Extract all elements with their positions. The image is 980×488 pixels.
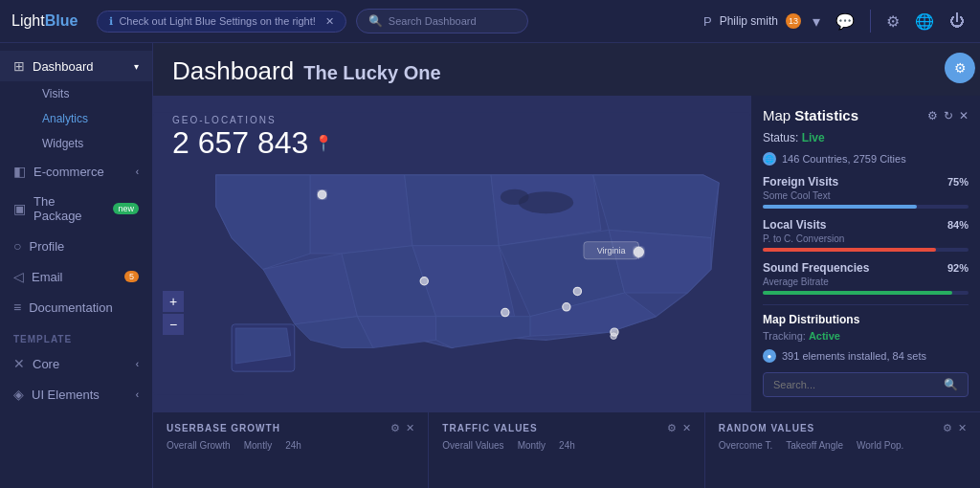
gear-stats-icon[interactable]: ⚙ xyxy=(927,109,938,122)
arrow-ui-elements: ‹ xyxy=(136,389,139,400)
bottom-panel-userbase: USERBASE GROWTH ⚙ ✕ Overall Growth Montl… xyxy=(153,412,429,488)
stats-search-button[interactable]: 🔍 xyxy=(944,378,958,391)
close-stats-icon[interactable]: ✕ xyxy=(959,109,969,122)
panel-cols-traffic: Overall Values Montly 24h xyxy=(442,440,690,451)
sidebar-item-package[interactable]: ▣ The Package new xyxy=(0,187,152,231)
svg-point-5 xyxy=(420,277,428,285)
sidebar-label-email: Email xyxy=(32,270,63,284)
bottom-panel-traffic: TRAFFIC VALUES ⚙ ✕ Overall Values Montly… xyxy=(429,412,704,488)
sidebar-item-visits[interactable]: Visits xyxy=(34,81,152,106)
bottom-panels: USERBASE GROWTH ⚙ ✕ Overall Growth Montl… xyxy=(153,411,980,488)
search-bar[interactable]: 🔍 Search Dashboard xyxy=(356,9,528,33)
stats-actions: ⚙ ↻ ✕ xyxy=(927,109,969,122)
stats-search-box[interactable]: 🔍 xyxy=(763,372,969,397)
sidebar-label-package: The Package xyxy=(33,194,101,223)
map-zoom-in-button[interactable]: + xyxy=(163,291,184,312)
refresh-icon[interactable]: ↻ xyxy=(944,109,953,122)
close-panel-userbase[interactable]: ✕ xyxy=(406,422,414,434)
gear-panel-userbase[interactable]: ⚙ xyxy=(390,422,400,434)
page-title: Dashboard xyxy=(172,56,294,86)
panel-actions-userbase: ⚙ ✕ xyxy=(390,422,414,434)
package-icon: ▣ xyxy=(13,201,26,216)
chevron-icon: ▾ xyxy=(134,61,139,72)
stat-fill-sound xyxy=(763,291,952,295)
sidebar-item-analytics[interactable]: Analytics xyxy=(34,106,152,131)
page-subtitle: The Lucky One xyxy=(303,62,440,84)
close-panel-random[interactable]: ✕ xyxy=(958,422,967,434)
panel-actions-random: ⚙ ✕ xyxy=(943,422,967,434)
stats-panel: Map Statistics ⚙ ↻ ✕ Status: Live 🌐 146 … xyxy=(750,96,980,411)
stat-row-foreign: Foreign Visits 75% Some Cool Text xyxy=(763,175,969,209)
stat-pct-local: 84% xyxy=(947,219,969,231)
geo-number: 2 657 843 xyxy=(172,125,308,161)
chevron-icon-ecommerce: ‹ xyxy=(136,166,139,177)
main-layout: ⊞ Dashboard ▾ Visits Analytics Widgets ◧… xyxy=(0,43,980,488)
stat-bar-sound xyxy=(763,291,969,295)
panel-header-userbase: USERBASE GROWTH ⚙ ✕ xyxy=(167,422,414,434)
map-controls: + − xyxy=(163,291,184,335)
svg-text:Virginia: Virginia xyxy=(597,246,627,255)
sidebar-item-email[interactable]: ◁ Email 5 xyxy=(0,261,152,292)
message-icon[interactable]: 💬 xyxy=(832,12,858,31)
panel-col-random-2: World Pop. xyxy=(857,440,903,451)
search-icon: 🔍 xyxy=(368,14,383,28)
page-header: Dashboard The Lucky One xyxy=(153,43,980,96)
sidebar-item-widgets[interactable]: Widgets xyxy=(34,131,152,156)
svg-point-8 xyxy=(563,303,570,311)
sidebar-label-ecommerce: E-commerce xyxy=(33,165,104,179)
sidebar-item-profile[interactable]: ○ Profile xyxy=(0,231,152,261)
panel-col-traffic-2: 24h xyxy=(559,440,575,451)
gear-panel-traffic[interactable]: ⚙ xyxy=(667,422,677,434)
tracking-value: Active xyxy=(809,330,840,342)
tracking-label: Tracking: xyxy=(763,330,806,342)
gear-icon[interactable]: ⚙ xyxy=(882,12,903,31)
elements-row: ● 391 elements installed, 84 sets xyxy=(763,349,969,363)
stat-bar-foreign xyxy=(763,205,969,209)
power-icon[interactable]: ⏻ xyxy=(946,12,969,30)
stats-search-input[interactable] xyxy=(773,379,938,390)
geo-info: GEO-LOCATIONS 2 657 843 📍 xyxy=(172,115,333,161)
stat-row-local: Local Visits 84% P. to C. Conversion xyxy=(763,218,969,252)
stats-status: Status: Live xyxy=(763,131,969,144)
notification-close[interactable]: ✕ xyxy=(325,15,334,28)
map-zoom-out-button[interactable]: − xyxy=(163,314,184,335)
panel-col-random-1: Takeoff Angle xyxy=(786,440,843,451)
globe-small-icon: 🌐 xyxy=(763,152,776,166)
sidebar-item-ui-elements[interactable]: ◈ UI Elements ‹ xyxy=(0,379,152,410)
countries-text: 146 Countries, 2759 Cities xyxy=(782,153,906,165)
svg-point-10 xyxy=(611,333,617,340)
stat-fill-local xyxy=(763,248,936,252)
sidebar-item-core[interactable]: ✕ Core ‹ xyxy=(0,348,152,379)
gear-panel-random[interactable]: ⚙ xyxy=(943,422,952,434)
geo-value: 2 657 843 📍 xyxy=(172,125,333,161)
stat-bar-local xyxy=(763,248,969,252)
sidebar: ⊞ Dashboard ▾ Visits Analytics Widgets ◧… xyxy=(0,43,153,488)
notification-bar: ℹ Check out Light Blue Settings on the r… xyxy=(97,11,345,33)
panel-col-userbase-0: Overall Growth xyxy=(167,440,231,451)
user-badge: 13 xyxy=(786,13,801,29)
sidebar-label-core: Core xyxy=(33,357,59,371)
globe-icon[interactable]: 🌐 xyxy=(911,12,938,31)
stat-fill-foreign xyxy=(763,205,917,209)
sidebar-label-profile: Profile xyxy=(29,239,64,254)
sidebar-item-dashboard[interactable]: ⊞ Dashboard ▾ xyxy=(0,51,152,81)
email-badge: 5 xyxy=(124,271,139,282)
dashboard-icon: ⊞ xyxy=(13,58,25,74)
close-panel-traffic[interactable]: ✕ xyxy=(682,422,691,434)
svg-point-6 xyxy=(501,308,509,316)
content-body: GEO-LOCATIONS 2 657 843 📍 xyxy=(153,96,980,411)
chevron-down-icon[interactable]: ▾ xyxy=(809,12,824,31)
search-placeholder: Search Dashboard xyxy=(389,15,477,27)
sidebar-item-ecommerce[interactable]: ◧ E-commerce ‹ xyxy=(0,156,152,187)
status-live: Live xyxy=(802,131,825,144)
floating-settings-button[interactable]: ⚙ xyxy=(945,53,975,83)
panel-actions-traffic: ⚙ ✕ xyxy=(667,422,691,434)
sidebar-item-documentation[interactable]: ≡ Documentation xyxy=(0,292,152,322)
arrow-core: ‹ xyxy=(136,359,139,369)
sidebar-label-dashboard: Dashboard xyxy=(33,59,94,74)
svg-point-2 xyxy=(501,189,529,205)
map-dist-header: Map Distributions xyxy=(763,313,969,326)
profile-icon: ○ xyxy=(13,238,21,254)
sidebar-label-documentation: Documentation xyxy=(29,300,112,315)
stat-sub-foreign: Some Cool Text xyxy=(763,190,969,201)
